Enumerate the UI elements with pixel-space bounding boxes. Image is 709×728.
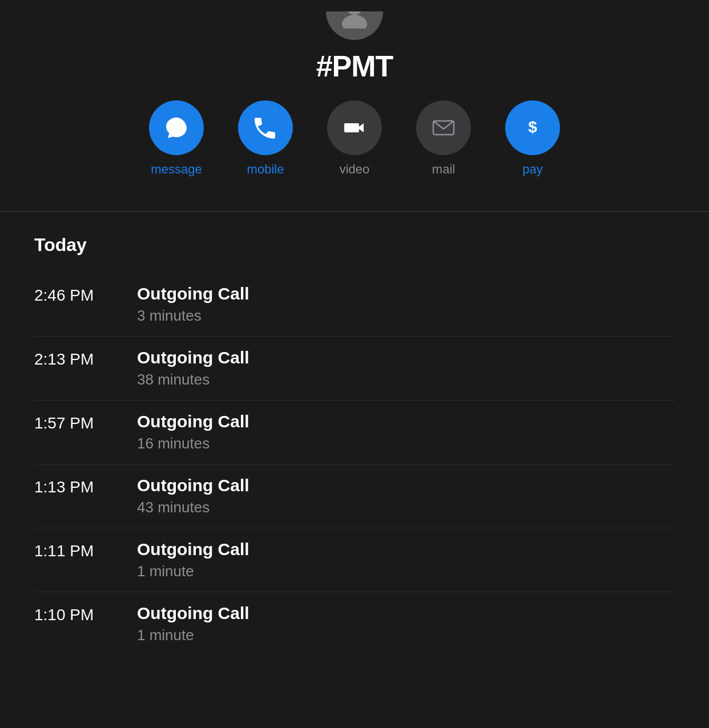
call-entry[interactable]: 2:13 PM Outgoing Call 38 minutes — [34, 337, 675, 401]
call-type: Outgoing Call — [137, 540, 249, 559]
call-duration: 1 minute — [137, 626, 249, 644]
video-icon-circle — [327, 100, 382, 155]
call-duration: 3 minutes — [137, 307, 249, 325]
phone-icon-circle — [238, 100, 293, 155]
call-details: Outgoing Call 1 minute — [137, 604, 249, 644]
contact-name: #PMT — [316, 49, 393, 83]
call-duration: 16 minutes — [137, 435, 249, 452]
pay-icon: $ — [520, 115, 545, 140]
message-icon — [164, 115, 189, 140]
call-details: Outgoing Call 1 minute — [137, 540, 249, 580]
svg-point-0 — [347, 11, 362, 15]
call-details: Outgoing Call 43 minutes — [137, 476, 249, 516]
call-time: 1:57 PM — [34, 412, 137, 432]
call-entries-list: 2:46 PM Outgoing Call 3 minutes 2:13 PM … — [34, 273, 675, 656]
mobile-label: mobile — [247, 162, 284, 177]
call-time: 2:46 PM — [34, 284, 137, 305]
call-type: Outgoing Call — [137, 476, 249, 495]
top-section: #PMT message mobile — [0, 0, 709, 211]
section-header: Today — [34, 234, 675, 256]
call-details: Outgoing Call 38 minutes — [137, 348, 249, 389]
call-time: 2:13 PM — [34, 348, 137, 369]
call-entry[interactable]: 2:46 PM Outgoing Call 3 minutes — [34, 273, 675, 337]
pay-label: pay — [522, 162, 542, 177]
call-type: Outgoing Call — [137, 604, 249, 623]
pay-icon-circle: $ — [505, 100, 560, 155]
call-type: Outgoing Call — [137, 412, 249, 431]
call-type: Outgoing Call — [137, 348, 249, 367]
svg-text:$: $ — [528, 118, 537, 136]
action-buttons: message mobile video — [126, 100, 583, 177]
call-duration: 43 minutes — [137, 499, 249, 516]
video-action[interactable]: video — [327, 100, 382, 177]
phone-icon — [253, 115, 278, 140]
call-time: 1:10 PM — [34, 604, 137, 624]
avatar-container — [326, 11, 383, 40]
avatar — [326, 11, 383, 40]
mail-icon — [431, 115, 456, 140]
call-details: Outgoing Call 3 minutes — [137, 284, 249, 325]
call-entry[interactable]: 1:57 PM Outgoing Call 16 minutes — [34, 401, 675, 464]
message-action[interactable]: message — [149, 100, 204, 177]
call-entry[interactable]: 1:10 PM Outgoing Call 1 minute — [34, 592, 675, 656]
svg-point-1 — [342, 15, 367, 29]
call-details: Outgoing Call 16 minutes — [137, 412, 249, 452]
video-icon — [342, 115, 367, 140]
mobile-action[interactable]: mobile — [238, 100, 293, 177]
message-label: message — [151, 162, 202, 177]
mail-action[interactable]: mail — [416, 100, 471, 177]
call-time: 1:11 PM — [34, 540, 137, 560]
call-duration: 38 minutes — [137, 371, 249, 389]
call-entry[interactable]: 1:11 PM Outgoing Call 1 minute — [34, 528, 675, 592]
call-type: Outgoing Call — [137, 284, 249, 304]
call-duration: 1 minute — [137, 563, 249, 580]
message-icon-circle — [149, 100, 204, 155]
call-log-section: Today 2:46 PM Outgoing Call 3 minutes 2:… — [0, 212, 709, 678]
video-label: video — [340, 162, 370, 177]
call-time: 1:13 PM — [34, 476, 137, 496]
pay-action[interactable]: $ pay — [505, 100, 560, 177]
mail-icon-circle — [416, 100, 471, 155]
mail-label: mail — [432, 162, 455, 177]
call-entry[interactable]: 1:13 PM Outgoing Call 43 minutes — [34, 464, 675, 528]
